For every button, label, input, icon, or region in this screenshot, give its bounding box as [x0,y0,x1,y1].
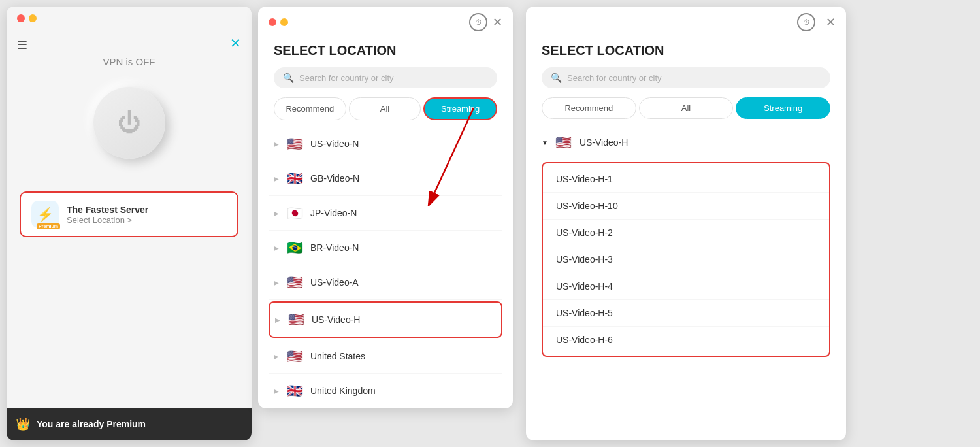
select-location-panel: ⏱ ✕ SELECT LOCATION 🔍 Search for country… [258,7,513,408]
fastest-server-box[interactable]: ⚡ Premium The Fastest Server Select Loca… [20,191,238,237]
location-name: United Kingdom [310,386,376,396]
search-icon-3: 🔍 [551,73,562,83]
sub-items-box: US-Video-H-1 US-Video-H-10 US-Video-H-2 … [542,162,830,357]
search-placeholder-3: Search for country or city [567,73,662,83]
expanded-list: ▼ 🇺🇸 US-Video-H US-Video-H-1 US-Video-H-… [526,125,846,440]
search-bar[interactable]: 🔍 Search for country or city [274,67,497,88]
server-title: The Fastest Server [67,205,148,215]
min-dot-2[interactable] [280,18,288,26]
premium-icon: ⚡ Premium [31,201,59,228]
tab-all-3[interactable]: All [639,97,734,119]
select-location-title: SELECT LOCATION [274,43,497,58]
crown-icon: 👑 [16,417,30,431]
expand-arrow: ▶ [274,353,279,360]
expand-arrow: ▶ [274,141,279,148]
close-button-2[interactable]: ✕ [493,15,502,29]
premium-bar: 👑 You are already Premium [7,408,252,440]
flag-united-states: 🇺🇸 [286,347,304,365]
expanded-parent-item[interactable]: ▼ 🇺🇸 US-Video-H [536,125,836,159]
power-button[interactable]: ⏻ [93,87,165,159]
expand-arrow: ▶ [274,210,279,217]
flag-us-video-h: 🇺🇸 [287,310,305,329]
expand-arrow: ▶ [274,388,279,395]
close-dot[interactable] [17,14,25,22]
location-name: US-Video-A [310,277,359,288]
search-placeholder: Search for country or city [299,73,394,83]
expand-arrow: ▶ [275,316,280,323]
tabs-2: Recommend All Streaming [274,97,497,120]
location-name: JP-Video-N [310,208,357,218]
close-x-button[interactable]: ✕ [230,35,241,51]
list-item[interactable]: ▶ 🇧🇷 BR-Video-N [269,231,502,265]
list-item-highlighted[interactable]: ▶ 🇺🇸 US-Video-H [269,301,502,338]
sub-item-6[interactable]: US-Video-H-5 [543,300,829,327]
titlebar-1 [7,7,252,30]
flag-jp-video-n: 🇯🇵 [286,204,304,222]
titlebar-2: ⏱ ✕ [258,7,513,38]
power-icon: ⏻ [118,109,141,137]
panel-header-2: SELECT LOCATION 🔍 Search for country or … [258,38,513,127]
titlebar-3: ⏱ ✕ [526,7,846,38]
menu-icon[interactable]: ☰ [17,38,27,52]
location-name: BR-Video-N [310,242,359,253]
premium-badge: Premium [37,224,60,229]
parent-location-name: US-Video-H [580,137,628,148]
sub-item-5[interactable]: US-Video-H-4 [543,273,829,300]
select-location-expanded-panel: ⏱ ✕ SELECT LOCATION 🔍 Search for country… [526,7,846,440]
location-name: GB-Video-N [310,173,359,184]
sub-item-7[interactable]: US-Video-H-6 [543,327,829,353]
flag-us-video-n: 🇺🇸 [286,135,304,153]
vpn-status-text: VPN is OFF [7,56,252,67]
list-item[interactable]: ▶ 🇬🇧 United Kingdom [269,374,502,408]
list-item[interactable]: ▶ 🇺🇸 US-Video-A [269,265,502,300]
tab-recommend-3[interactable]: Recommend [542,97,636,119]
location-list: ▶ 🇺🇸 US-Video-N ▶ 🇬🇧 GB-Video-N ▶ 🇯🇵 JP-… [258,127,513,408]
sub-item-4[interactable]: US-Video-H-3 [543,246,829,273]
flag-gb-video-n: 🇬🇧 [286,169,304,188]
location-name: United States [310,351,365,361]
timer-icon[interactable]: ⏱ [469,13,487,31]
sub-item-2[interactable]: US-Video-H-10 [543,193,829,220]
close-button-3[interactable]: ✕ [826,15,836,29]
collapse-arrow: ▼ [542,139,548,146]
flag-united-kingdom: 🇬🇧 [286,382,304,400]
location-name: US-Video-N [310,139,359,149]
flag-br-video-n: 🇧🇷 [286,239,304,257]
traffic-lights-2 [269,18,288,26]
sub-item-1[interactable]: US-Video-H-1 [543,166,829,193]
panel-header-3: SELECT LOCATION 🔍 Search for country or … [526,38,846,125]
premium-text: You are already Premium [37,419,146,429]
flag-us-video-a: 🇺🇸 [286,273,304,291]
tab-recommend[interactable]: Recommend [274,97,346,120]
tab-all[interactable]: All [349,97,421,120]
server-subtitle: Select Location > [67,215,148,225]
tab-streaming[interactable]: Streaming [423,97,497,120]
tab-streaming-3[interactable]: Streaming [736,97,830,119]
lightning-icon: ⚡ [37,207,54,222]
list-item[interactable]: ▶ 🇺🇸 US-Video-N [269,127,502,161]
list-item[interactable]: ▶ 🇺🇸 United States [269,339,502,374]
power-button-container: ⏻ [93,87,165,159]
traffic-lights [17,14,37,22]
server-info: The Fastest Server Select Location > [67,205,148,225]
list-item[interactable]: ▶ 🇬🇧 GB-Video-N [269,161,502,196]
flag-us-video-h-parent: 🇺🇸 [555,133,573,152]
close-dot-2[interactable] [269,18,276,26]
vpn-panel: ☰ ✕ VPN is OFF ⏻ ⚡ Premium The Fastest S… [7,7,252,440]
expand-arrow: ▶ [274,175,279,182]
list-item[interactable]: ▶ 🇯🇵 JP-Video-N [269,196,502,231]
tabs-3: Recommend All Streaming [542,97,830,119]
expand-arrow: ▶ [274,279,279,286]
timer-icon-3[interactable]: ⏱ [797,13,815,31]
search-icon: 🔍 [283,73,294,83]
expand-arrow: ▶ [274,244,279,252]
sub-item-3[interactable]: US-Video-H-2 [543,220,829,246]
search-bar-3[interactable]: 🔍 Search for country or city [542,67,830,88]
minimize-dot[interactable] [29,14,37,22]
select-location-title-3: SELECT LOCATION [542,43,830,58]
location-name-us-video-h: US-Video-H [312,314,360,325]
